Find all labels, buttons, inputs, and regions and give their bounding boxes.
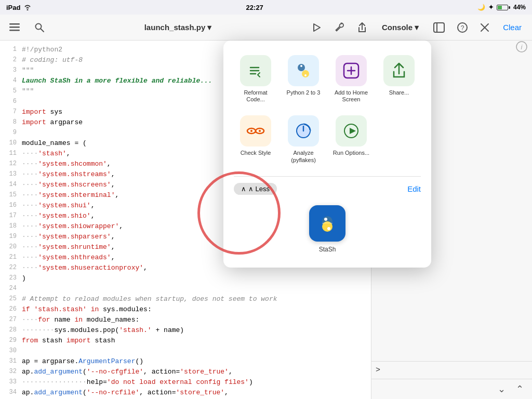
popup-item-addhome[interactable]: Add to HomeScreen [329,51,373,107]
info-icon: i [515,41,528,53]
svg-point-14 [300,65,302,67]
svg-marker-5 [314,24,320,31]
svg-point-21 [250,130,252,132]
python2to3-label: Python 2 to 3 [287,89,321,96]
code-line: 28 ········sys.modules.pop('stash.' + na… [0,325,371,336]
analyze-label: Analyze(pyflakes) [291,150,316,163]
toolbar: launch_stash.py ▾ Console ▾ [0,15,532,41]
svg-rect-1 [9,26,20,28]
clear-button[interactable]: Clear [499,20,526,35]
svg-point-22 [259,130,261,132]
svg-point-29 [327,227,330,230]
svg-text:i: i [521,43,523,51]
checkstyle-icon [240,115,271,147]
stash-item[interactable]: StaSh [309,205,345,253]
bluetooth-icon: ✦ [488,4,494,11]
svg-point-28 [324,218,327,221]
popup-item-share[interactable]: Share... [377,51,421,107]
help-icon: ? [457,22,468,33]
code-line: 24 [0,284,371,294]
popup-less-row: ∧ ∧ Less Edit [234,181,421,197]
checkstyle-label: Check Style [241,150,271,156]
console-button[interactable]: Console ▾ [377,20,424,35]
menu-button[interactable] [6,20,23,35]
close-icon [480,23,489,32]
addhome-icon [336,55,367,86]
popup-overlay: ReformatCode... Python 2 to 3 [223,41,431,268]
wrench-button[interactable] [331,19,348,36]
stash-app-label: StaSh [319,246,336,253]
reformat-label: ReformatCode... [244,89,267,103]
prompt-symbol: > [376,366,380,375]
code-line: 34 ap.add_argument('--no-rcfile', action… [0,388,371,398]
edit-button[interactable]: Edit [407,184,421,193]
moon-icon: 🌙 [477,4,485,11]
stash-section: StaSh [234,197,421,257]
popup-item-checkstyle[interactable]: Check Style [234,111,277,167]
run-button[interactable] [308,19,325,36]
help-button[interactable]: ? [454,19,471,36]
status-left: iPad [6,4,32,11]
file-title[interactable]: launch_stash.py ▾ [144,23,212,32]
code-line: 31 ap = argparse.ArgumentParser() [0,356,371,367]
wifi-icon [23,4,32,10]
svg-rect-0 [9,23,20,25]
console-up-arrow[interactable]: ⌃ [512,381,528,397]
status-time: 22:27 [246,4,263,11]
toolbar-left [6,19,48,36]
status-right: 🌙 ✦ 44% [477,4,526,11]
popup-divider [234,176,421,177]
analyze-icon [288,115,319,147]
popup-item-reformat[interactable]: ReformatCode... [234,51,277,107]
popup-item-analyze[interactable]: Analyze(pyflakes) [282,111,325,167]
less-button[interactable]: ∧ ∧ Less [234,183,277,195]
info-button[interactable]: i [515,41,528,56]
wrench-icon [334,22,344,33]
battery-pct-label: 44% [513,4,526,11]
python2to3-icon [288,55,319,86]
code-line: 30 [0,346,371,356]
svg-line-4 [41,29,44,32]
less-label: ∧ Less [248,185,270,193]
console-arrows: ⌄ ⌃ [371,379,532,399]
code-line: 27 ····for name in module_names: [0,315,371,325]
share-popup-icon [383,55,415,86]
svg-text:?: ? [461,24,464,32]
device-label: iPad [6,4,20,11]
file-chevron-icon: ▾ [207,23,211,32]
console-chevron-icon: ▾ [415,23,419,32]
console-down-arrow[interactable]: ⌄ [494,381,510,397]
svg-point-15 [304,74,307,76]
share-button[interactable] [354,19,370,36]
code-line: 33 ················help='do not load ext… [0,377,371,388]
toolbar-center: launch_stash.py ▾ [56,23,300,32]
file-name-label: launch_stash.py [144,23,206,32]
console-label: Console [382,23,413,32]
stash-app-icon [309,205,345,242]
search-button[interactable] [31,19,48,36]
popup-grid: ReformatCode... Python 2 to 3 [234,51,421,168]
popup-item-python2to3[interactable]: Python 2 to 3 [282,51,325,107]
popup-item-runopts[interactable]: Run Options... [329,111,373,167]
svg-rect-6 [434,23,444,32]
svg-marker-25 [350,128,356,134]
addhome-label: Add to HomeScreen [335,89,368,103]
menu-icon [9,23,20,32]
code-line: 26 if 'stash.stash' in sys.modules: [0,304,371,315]
close-button[interactable] [477,20,493,35]
runopts-icon [336,115,367,147]
runopts-label: Run Options... [333,150,369,156]
sidebar-toggle-button[interactable] [430,19,448,36]
share-icon [357,22,367,33]
code-line: 32 ap.add_argument('--no-cfgfile', actio… [0,367,371,377]
play-icon [311,22,322,33]
code-line: 29 from stash import stash [0,336,371,346]
reformat-icon [240,55,271,86]
code-line: 25 # Attempt to reload modules when star… [0,294,371,304]
svg-rect-2 [9,30,20,31]
toolbar-right: Console ▾ ? Clear [308,19,526,36]
sidebar-icon [433,22,445,33]
search-icon [34,22,45,33]
chevron-up-icon: ∧ [241,185,246,193]
share-label: Share... [389,89,409,96]
